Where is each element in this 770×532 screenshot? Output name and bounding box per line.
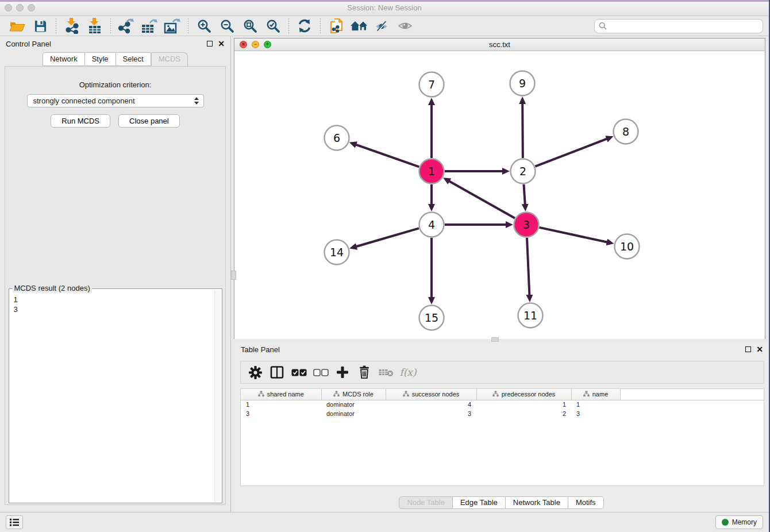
export-network-icon[interactable] bbox=[116, 17, 137, 34]
float-panel-icon[interactable] bbox=[745, 346, 751, 352]
optimization-criterion-select[interactable]: strongly connected component bbox=[27, 94, 204, 107]
cell-filler bbox=[620, 400, 764, 409]
cell-successor-nodes[interactable]: 3 bbox=[386, 409, 476, 418]
cell-filler bbox=[620, 409, 764, 418]
network-window-titlebar: ✕ − + scc.txt bbox=[234, 38, 765, 51]
function-builder-icon[interactable]: f(x) bbox=[398, 364, 418, 381]
graph-edge-2-9[interactable] bbox=[522, 103, 523, 158]
delete-table-icon[interactable] bbox=[376, 364, 396, 381]
column-header-predecessor-nodes[interactable]: predecessor nodes bbox=[476, 389, 571, 400]
deselect-all-checkbox-icon[interactable] bbox=[311, 364, 330, 381]
splitter-handle[interactable] bbox=[231, 271, 236, 280]
graph-node-label-14: 14 bbox=[330, 246, 344, 259]
trash-icon[interactable] bbox=[355, 364, 374, 381]
memory-status-icon bbox=[722, 519, 729, 526]
vertical-splitter[interactable] bbox=[230, 36, 234, 512]
graph-edge-3-10[interactable] bbox=[539, 228, 607, 242]
cell-name[interactable]: 1 bbox=[571, 400, 620, 409]
zoom-fit-icon[interactable] bbox=[240, 17, 260, 34]
search-box[interactable] bbox=[594, 19, 763, 33]
table-tabs: Node TableEdge TableNetwork TableMotifs bbox=[234, 496, 769, 509]
column-header-shared-name[interactable]: shared name bbox=[241, 389, 321, 400]
graph-edge-4-14[interactable] bbox=[356, 228, 419, 246]
zoom-in-icon[interactable] bbox=[194, 17, 214, 34]
mcds-result-box: MCDS result (2 nodes) 13 bbox=[9, 288, 222, 503]
horizontal-splitter[interactable] bbox=[234, 339, 769, 342]
run-mcds-button[interactable]: Run MCDS bbox=[51, 114, 110, 128]
close-panel-icon[interactable]: ✕ bbox=[756, 346, 763, 352]
cell-shared-name[interactable]: 1 bbox=[241, 400, 321, 409]
graph-edge-2-3[interactable] bbox=[523, 184, 525, 205]
import-network-icon[interactable] bbox=[61, 17, 82, 34]
column-header-MCDS-role[interactable]: MCDS role bbox=[321, 389, 386, 400]
column-header-successor-nodes[interactable]: successor nodes bbox=[386, 389, 476, 400]
zoom-window-button[interactable] bbox=[28, 4, 35, 11]
network-minimize-button[interactable]: − bbox=[252, 41, 259, 48]
close-panel-button[interactable]: Close panel bbox=[118, 114, 180, 128]
close-panel-icon[interactable]: ✕ bbox=[218, 41, 225, 47]
select-all-checkbox-icon[interactable] bbox=[289, 364, 309, 381]
cell-predecessor-nodes[interactable]: 2 bbox=[476, 409, 571, 418]
network-maximize-button[interactable]: + bbox=[264, 41, 271, 48]
column-header-name[interactable]: name bbox=[571, 389, 620, 400]
graph-edge-1-6[interactable] bbox=[355, 144, 419, 167]
cell-predecessor-nodes[interactable]: 1 bbox=[476, 400, 571, 409]
columns-icon[interactable] bbox=[267, 364, 287, 381]
export-image-icon[interactable] bbox=[162, 17, 183, 34]
memory-button[interactable]: Memory bbox=[715, 515, 763, 529]
zoom-selected-icon[interactable] bbox=[263, 17, 283, 34]
float-panel-icon[interactable] bbox=[207, 41, 213, 47]
zoom-out-icon[interactable] bbox=[217, 17, 237, 34]
hide-selected-eye-icon[interactable] bbox=[372, 17, 392, 34]
tab-style[interactable]: Style bbox=[85, 52, 116, 66]
graph-edge-3-11[interactable] bbox=[527, 238, 529, 296]
optimization-criterion-label: Optimization criterion: bbox=[79, 80, 152, 89]
cell-MCDS-role[interactable]: dominator bbox=[321, 400, 386, 409]
splitter-handle[interactable] bbox=[491, 337, 499, 342]
table-row[interactable]: 3dominator323 bbox=[241, 409, 764, 418]
tab-select[interactable]: Select bbox=[116, 52, 151, 66]
gear-icon[interactable] bbox=[245, 364, 265, 381]
cell-MCDS-role[interactable]: dominator bbox=[321, 409, 386, 418]
result-scrollbar[interactable] bbox=[214, 290, 221, 502]
memory-label: Memory bbox=[732, 518, 757, 526]
search-input[interactable] bbox=[610, 22, 759, 30]
export-table-icon[interactable] bbox=[139, 17, 160, 34]
graph-node-label-6: 6 bbox=[333, 132, 340, 144]
table-panel: Table Panel ✕ bbox=[234, 342, 769, 512]
tab-edge-table[interactable]: Edge Table bbox=[453, 496, 506, 509]
mcds-panel: Optimization criterion: strongly connect… bbox=[5, 66, 226, 505]
tab-network-table[interactable]: Network Table bbox=[506, 496, 568, 509]
hierarchy-icon bbox=[492, 391, 499, 398]
tab-motifs[interactable]: Motifs bbox=[568, 496, 604, 509]
toolbar-separator bbox=[320, 18, 321, 33]
table-row[interactable]: 1dominator411 bbox=[241, 400, 764, 409]
home-icon[interactable] bbox=[349, 17, 369, 34]
graph-edge-3-1[interactable] bbox=[449, 181, 515, 218]
node-table[interactable]: shared nameMCDS rolesuccessor nodesprede… bbox=[240, 388, 764, 486]
show-all-eye-icon[interactable] bbox=[395, 17, 415, 34]
table-toolbar: f(x) bbox=[240, 361, 764, 384]
table-panel-header: Table Panel ✕ bbox=[234, 342, 769, 356]
cell-successor-nodes[interactable]: 4 bbox=[386, 400, 476, 409]
task-history-button[interactable] bbox=[6, 515, 23, 529]
network-canvas[interactable]: 7968124314101511 bbox=[234, 51, 765, 341]
minimize-window-button[interactable] bbox=[16, 4, 24, 11]
import-table-icon[interactable] bbox=[84, 17, 105, 34]
graph-edge-2-8[interactable] bbox=[535, 138, 607, 166]
network-close-button[interactable]: ✕ bbox=[240, 41, 247, 48]
save-icon[interactable] bbox=[30, 17, 51, 34]
cell-shared-name[interactable]: 3 bbox=[241, 409, 321, 418]
refresh-icon[interactable] bbox=[294, 17, 315, 34]
graph-node-label-11: 11 bbox=[523, 309, 537, 322]
duplicate-network-icon[interactable] bbox=[326, 17, 346, 34]
add-icon[interactable] bbox=[333, 364, 352, 381]
tab-network[interactable]: Network bbox=[43, 52, 85, 66]
control-panel-tabs: NetworkStyleSelectMCDS bbox=[0, 52, 230, 66]
cell-name[interactable]: 3 bbox=[571, 409, 620, 418]
hierarchy-icon bbox=[583, 391, 590, 398]
tab-mcds[interactable]: MCDS bbox=[151, 52, 188, 66]
tab-node-table[interactable]: Node Table bbox=[399, 496, 453, 509]
open-folder-icon[interactable] bbox=[7, 17, 28, 34]
close-window-button[interactable] bbox=[5, 4, 12, 11]
